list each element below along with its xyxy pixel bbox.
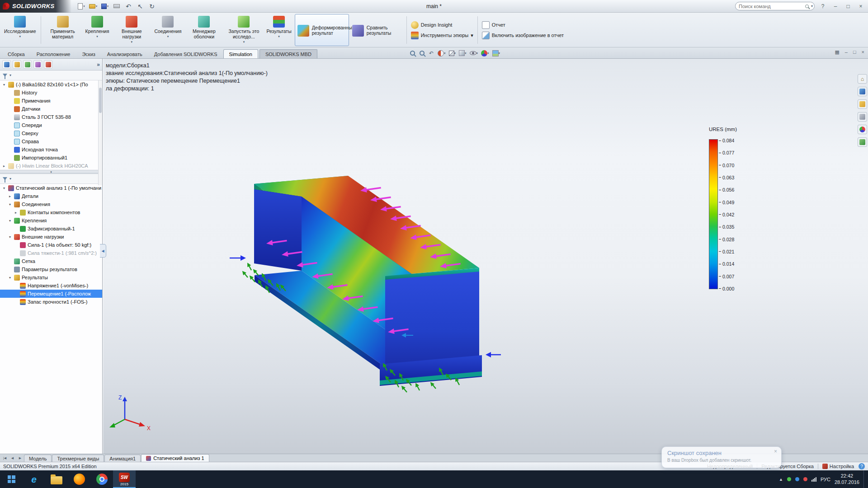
tree-row-sensors[interactable]: Датчики <box>0 105 102 113</box>
design-library-button[interactable] <box>858 87 867 96</box>
dimxpertmanager-tab[interactable] <box>33 60 42 69</box>
print-button[interactable] <box>111 1 122 11</box>
study-row-displacement-plot[interactable]: Перемещение1 (-Располож <box>0 290 102 298</box>
tab-evaluate[interactable]: Анализировать <box>101 49 148 58</box>
model-tab[interactable]: Модель <box>24 455 52 462</box>
solidworks-resources-button[interactable]: ⌂ <box>858 74 867 84</box>
select-button[interactable]: ↖ <box>135 1 146 11</box>
taskbar-ie-button[interactable]: e <box>23 470 45 488</box>
start-button[interactable] <box>0 470 23 488</box>
tree-row-front-plane[interactable]: Спереди <box>0 121 102 129</box>
tree-row-material[interactable]: Сталь 3 ГОСТ 535-88 <box>0 113 102 121</box>
expand-icon[interactable]: ▸ <box>8 194 12 198</box>
study-row-connections[interactable]: ▾Соединения <box>0 200 102 208</box>
compare-results-button[interactable]: Сравнить результаты <box>350 14 404 46</box>
doc-restore-button[interactable]: □ <box>853 49 856 55</box>
search-dropdown-icon[interactable]: ▾ <box>811 4 813 8</box>
expand-icon[interactable]: ▸ <box>14 211 18 215</box>
apply-material-button[interactable]: Применить материал <box>43 14 82 46</box>
animation-tab[interactable]: Анимация1 <box>104 455 141 462</box>
undo-button[interactable]: ↶ <box>123 1 134 11</box>
graphics-area[interactable]: модели:Сборка1 звание исследования:Стати… <box>103 59 868 454</box>
hide-show-items-button[interactable]: ▾ <box>470 49 478 57</box>
new-document-button[interactable]: ▾ <box>76 1 87 11</box>
panel-splitter[interactable]: ▾ <box>0 170 102 174</box>
minimize-button[interactable]: – <box>831 3 840 9</box>
static-study-tab[interactable]: Статический анализ 1 <box>141 454 209 462</box>
file-explorer-button[interactable] <box>858 99 867 109</box>
tab-mbd[interactable]: SOLIDWORKS MBD <box>259 49 317 58</box>
collapse-icon[interactable]: ▾ <box>8 202 12 206</box>
run-study-button[interactable]: Запустить это исследо... ▾ <box>224 14 263 46</box>
connections-button[interactable]: Соединения ▾ <box>152 14 184 46</box>
previous-view-button[interactable]: ↶ <box>428 49 434 57</box>
tab-nav-prev-button[interactable]: ◀ <box>9 454 16 462</box>
doc-close-button[interactable]: × <box>862 49 864 55</box>
tray-expand-icon[interactable]: ▲ <box>779 477 783 482</box>
display-style-button[interactable]: ▾ <box>459 49 467 57</box>
study-row-result-options[interactable]: Параметры результатов <box>0 265 102 273</box>
study-row-mesh[interactable]: Сетка <box>0 257 102 265</box>
dropbox-notification[interactable]: Скриншот сохранен × В ваш Dropbox был до… <box>661 446 782 468</box>
scrollbar-thumb[interactable] <box>99 88 102 113</box>
edit-appearance-button[interactable]: ▾ <box>481 49 489 57</box>
help-button[interactable]: ? <box>818 3 827 9</box>
configurationmanager-tab[interactable] <box>23 60 32 69</box>
collapse-icon[interactable]: ▾ <box>2 83 6 87</box>
study-row-root[interactable]: ▾ Статический анализ 1 (-По умолчани <box>0 184 102 192</box>
study-button[interactable]: Исследование ▾ <box>2 14 38 46</box>
collapse-icon[interactable]: ▾ <box>8 276 12 280</box>
study-row-parts[interactable]: ▸Детали <box>0 192 102 200</box>
close-button[interactable]: × <box>856 3 865 9</box>
taskbar-explorer-button[interactable] <box>45 470 68 488</box>
study-row-fixtures[interactable]: ▾Крепления <box>0 216 102 225</box>
tab-simulation[interactable]: Simulation <box>223 49 258 58</box>
tray-app-icon[interactable] <box>795 477 799 481</box>
tree-row-history[interactable]: History <box>0 89 102 97</box>
zoom-fit-button[interactable] <box>409 49 415 57</box>
tree-row-top-plane[interactable]: Сверху <box>0 129 102 137</box>
panel-splitter-handle[interactable]: ◀ <box>100 244 106 258</box>
taskbar-firefox-button[interactable] <box>68 470 90 488</box>
design-insight-button[interactable]: Design Insight <box>411 21 473 29</box>
featuremanager-tab[interactable] <box>2 60 11 69</box>
network-icon[interactable] <box>811 477 816 482</box>
apply-scene-button[interactable]: ▾ <box>492 49 500 57</box>
cascade-windows-button[interactable]: ▦ <box>835 49 839 55</box>
maximize-button[interactable]: □ <box>844 3 853 9</box>
results-advisor-button[interactable]: Результаты ▾ <box>264 14 293 46</box>
study-row-fos-plot[interactable]: Запас прочности1 (-FOS-) <box>0 298 102 306</box>
open-button[interactable]: ▾ <box>88 1 99 11</box>
threed-views-tab[interactable]: Трехмерные виды <box>52 455 104 462</box>
settings-label[interactable]: Настройка <box>830 464 854 469</box>
tree-row-assembly-root[interactable]: ▾ (-) Balka16b2 82x160 v1<1> (По <box>0 80 102 89</box>
collapse-icon[interactable]: ▾ <box>2 186 6 190</box>
zoom-area-button[interactable] <box>419 49 425 57</box>
deformed-result-button[interactable]: Деформированный результат <box>295 14 349 46</box>
study-row-gravity[interactable]: Сила тяжести-1 (:981 cm/s^2:) <box>0 249 102 257</box>
study-row-stress-plot[interactable]: Напряжение1 (-vonMises-) <box>0 282 102 290</box>
tray-app-icon[interactable] <box>803 477 807 481</box>
custom-properties-button[interactable] <box>858 137 867 147</box>
tab-layout[interactable]: Расположение <box>31 49 76 58</box>
tab-addins[interactable]: Добавления SOLIDW­ORKS <box>148 49 223 58</box>
shell-manager-button[interactable]: Менеджер оболочки <box>184 14 223 46</box>
study-filter-row[interactable]: ▾ <box>0 174 102 184</box>
tab-nav-first-button[interactable]: |◀ <box>1 454 9 462</box>
taskbar-clock[interactable]: 22:42 28.07.2016 <box>835 473 859 486</box>
section-view-button[interactable]: ▾ <box>438 49 446 57</box>
tree-filter-row[interactable]: ▾ <box>0 70 102 80</box>
save-button[interactable]: ▾ <box>99 1 110 11</box>
tree-row-imported[interactable]: Импортированный1 <box>0 154 102 162</box>
study-row-external-loads[interactable]: ▾Внешние нагрузки <box>0 233 102 241</box>
tree-row-hiwin-block[interactable]: ▸ (-) Hiwin Linear Block HGH20CA <box>0 162 102 170</box>
taskbar-solidworks-button[interactable]: SW 2015 <box>113 470 136 488</box>
tab-sketch[interactable]: Эскиз <box>76 49 101 58</box>
study-row-force[interactable]: Сила-1 (:На объект: 50 kgf:) <box>0 241 102 249</box>
view-palette-button[interactable] <box>858 112 867 122</box>
tab-assembly[interactable]: Сборка <box>2 49 31 58</box>
propertymanager-tab[interactable] <box>13 60 21 69</box>
taskbar-chrome-button[interactable] <box>90 470 113 488</box>
tree-row-annotations[interactable]: Примечания <box>0 97 102 105</box>
tree-scrollbar[interactable] <box>98 80 102 185</box>
